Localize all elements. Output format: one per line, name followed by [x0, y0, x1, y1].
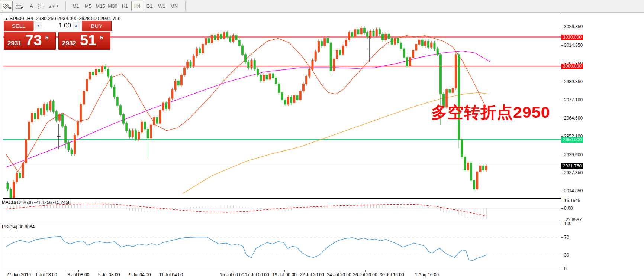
candle-134 — [415, 44, 417, 50]
candle-22 — [74, 135, 75, 154]
candle-104 — [324, 38, 326, 46]
price-axis[interactable]: 3026.8503014.3503001.8502989.3502977.100… — [561, 14, 644, 280]
chart-window: MACD(12,26,9) -21.1256 -15.2458 RSI(14) … — [0, 13, 644, 280]
axis-tick — [561, 224, 563, 224]
time-axis[interactable]: 27 Jun 20191 Jul 08:003 Jul 08:005 Jul 0… — [3, 270, 561, 280]
time-label: 1 Aug 16:00 — [415, 272, 439, 277]
timeframe-button-h1[interactable]: H1 — [119, 1, 131, 11]
candle-120 — [373, 31, 374, 36]
candle-157 — [485, 166, 487, 170]
time-label: 17 Jul 00:00 — [245, 272, 269, 277]
candle-79 — [248, 62, 249, 68]
candle-71 — [223, 33, 225, 39]
candle-28 — [92, 72, 94, 75]
candle-99 — [309, 69, 310, 76]
price-tick-label: 3014.350 — [564, 43, 583, 48]
candle-127 — [394, 38, 396, 44]
axis-tick — [561, 118, 563, 118]
candle-121 — [376, 30, 377, 36]
time-tick — [46, 270, 46, 272]
time-tick — [78, 270, 79, 272]
timeframe-button-h4[interactable]: H4 — [131, 1, 143, 11]
time-tick — [284, 270, 285, 272]
candle-152 — [470, 163, 472, 180]
price-tick-label: 2927.350 — [564, 170, 583, 175]
time-label: 26 Jul 20:00 — [353, 272, 377, 277]
candle-107 — [333, 59, 335, 71]
candle-2 — [13, 182, 15, 198]
candle-18 — [62, 114, 64, 126]
rsi-panel[interactable] — [3, 223, 561, 270]
grid-icon[interactable]: F — [14, 1, 25, 11]
timeframe-button-m30[interactable]: M30 — [107, 1, 119, 11]
buy-quote-button[interactable]: 2932 51 5 — [58, 32, 110, 50]
axis-tick — [561, 191, 563, 191]
candle-132 — [409, 58, 411, 66]
candle-142 — [439, 55, 441, 94]
macd-panel[interactable] — [3, 199, 561, 222]
macd-tick-label: 15.1645 — [564, 198, 580, 203]
sell-button[interactable]: SELL — [4, 21, 33, 31]
rsi-tick-label: 0 — [564, 266, 567, 271]
buy-button[interactable]: BUY — [82, 21, 112, 31]
textbox-label: T — [38, 4, 43, 9]
candle-7 — [28, 122, 30, 139]
axis-tick — [561, 173, 563, 173]
candle-85 — [266, 75, 268, 79]
candle-31 — [101, 66, 103, 72]
candle-38 — [123, 114, 125, 123]
time-label: 1 Jul 08:00 — [35, 272, 57, 277]
volume-increase-button[interactable]: ▲ — [73, 22, 80, 29]
timeframe-button-m5[interactable]: M5 — [82, 1, 94, 11]
candle-135 — [418, 40, 420, 44]
candle-128 — [397, 38, 399, 43]
candle-140 — [434, 43, 435, 49]
candle-3 — [16, 173, 18, 182]
chevron-down-icon: ▼ — [56, 4, 59, 8]
candle-75 — [235, 36, 237, 40]
candle-98 — [306, 76, 307, 84]
candle-60 — [190, 62, 191, 66]
time-tick — [392, 270, 392, 272]
time-tick — [109, 270, 109, 272]
axis-tick — [561, 255, 563, 255]
candle-69 — [217, 34, 219, 40]
candle-33 — [107, 69, 109, 76]
candle-41 — [132, 131, 133, 137]
candle-89 — [278, 84, 280, 93]
macd-bottom-border[interactable] — [3, 222, 644, 222]
sell-price-big: 73 — [25, 32, 42, 49]
timeframe-button-mn[interactable]: MN — [168, 1, 180, 11]
candle-150 — [464, 157, 466, 170]
sell-price-sup: 5 — [45, 34, 48, 40]
expert-sub-label: E — [9, 6, 11, 9]
candle-151 — [467, 163, 469, 170]
sell-quote-button[interactable]: 2931 73 5 — [4, 32, 56, 50]
candle-73 — [229, 37, 231, 42]
candle-116 — [360, 28, 362, 34]
price-tick-label: 2914.850 — [564, 188, 583, 193]
time-label: 19 Jul 00:00 — [272, 272, 296, 277]
textbox-tool-button[interactable]: T — [35, 1, 46, 11]
time-label: 9 Jul 04:00 — [129, 272, 151, 277]
axis-tick — [561, 208, 563, 209]
axis-tick — [561, 100, 563, 100]
timeframe-button-m1[interactable]: M1 — [70, 1, 82, 11]
timeframe-button-w1[interactable]: W1 — [156, 1, 168, 11]
candle-25 — [83, 91, 85, 104]
buy-price-stem: 2932 — [62, 40, 76, 47]
candle-8 — [31, 113, 33, 122]
time-label: 24 Jul 20:00 — [327, 272, 351, 277]
axis-tick — [561, 237, 563, 238]
volume-decrease-button[interactable]: ▼ — [35, 22, 42, 29]
volume-field[interactable]: ▼ 1.00 ▲ — [33, 21, 81, 30]
timeframe-button-d1[interactable]: D1 — [144, 1, 155, 11]
hatch-icon — [3, 4, 9, 9]
volume-value[interactable]: 1.00 — [59, 21, 71, 30]
candle-46 — [147, 129, 149, 138]
macd-label: MACD(12,26,9) -21.1256 -15.2458 — [2, 200, 71, 205]
chart-expert-icon[interactable]: E — [2, 1, 13, 11]
timeframe-button-m15[interactable]: M15 — [94, 1, 106, 11]
arrows-tool-button[interactable]: ▲▼▼ — [46, 1, 61, 11]
axis-tick — [561, 155, 563, 155]
